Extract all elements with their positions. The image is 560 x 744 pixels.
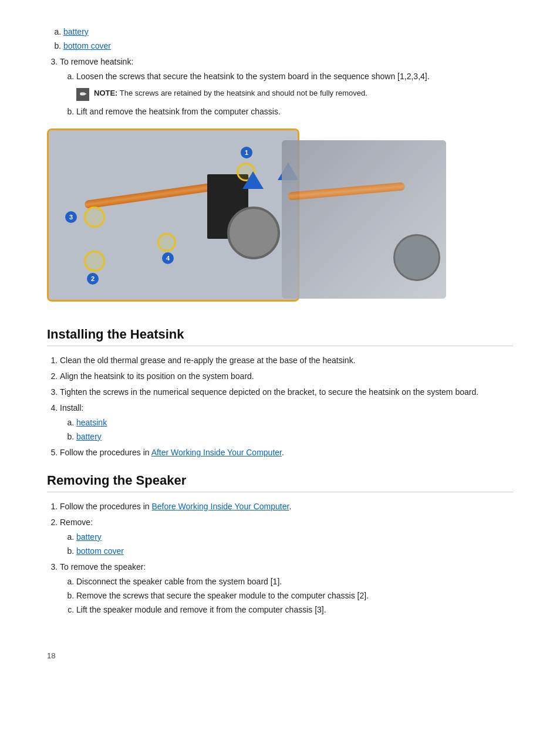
install-item-battery: battery [76, 431, 513, 443]
badge-3: 3 [65, 211, 77, 223]
remove-heatsink-list: To remove heatsink: Loosen the screws th… [47, 56, 513, 118]
heatsink-substeps: Loosen the screws that secure the heatsi… [60, 70, 513, 118]
speaker-step-3-intro: To remove the speaker: [60, 562, 146, 571]
battery-link-install[interactable]: battery [76, 432, 102, 441]
badge-1: 1 [241, 147, 252, 158]
bottom-cover-link-speaker[interactable]: bottom cover [76, 546, 124, 556]
page-number: 18 [47, 651, 513, 660]
speaker-substep-b: Remove the screws that secure the speake… [76, 590, 513, 602]
install-step-4: Install: heatsink battery [60, 402, 513, 443]
heatsink-substep-b: Lift and remove the heatsink from the co… [76, 106, 513, 118]
badge-4: 4 [162, 252, 174, 264]
install-item-heatsink: heatsink [76, 417, 513, 429]
install-step-4-items: heatsink battery [60, 417, 513, 443]
note-box: ✏ NOTE: The screws are retained by the h… [76, 87, 513, 101]
heatsink-secondary-image [282, 140, 446, 299]
heatsink-main-image: 1 2 3 4 [47, 128, 299, 302]
note-label: NOTE: [94, 89, 117, 97]
install-step-2-text: Align the heatsink to its position on th… [60, 371, 254, 381]
install-step-5: Follow the procedures in After Working I… [60, 447, 513, 459]
prereq-item-bottom-cover: bottom cover [63, 40, 513, 52]
installing-title: Installing the Heatsink [47, 327, 513, 346]
install-step-5-suffix: . [282, 448, 284, 457]
note-body: The screws are retained by the heatsink … [120, 89, 367, 97]
speaker-step-2: Remove: battery bottom cover [60, 516, 513, 557]
battery-link-top[interactable]: battery [63, 27, 89, 36]
install-step-3: Tighten the screws in the numerical sequ… [60, 386, 513, 398]
screw-2 [84, 251, 105, 272]
speaker-substep-a-text: Disconnect the speaker cable from the sy… [76, 577, 282, 586]
prereq-item-battery: battery [63, 26, 513, 38]
speaker-removal-substeps: Disconnect the speaker cable from the sy… [60, 576, 513, 616]
speaker-substep-a: Disconnect the speaker cable from the sy… [76, 576, 513, 588]
heatsink-step-b-text: Lift and remove the heatsink from the co… [76, 107, 281, 116]
install-step-4-text: Install: [60, 403, 83, 412]
heatsink-link[interactable]: heatsink [76, 418, 107, 427]
heatsink-image: 1 2 3 4 [47, 128, 446, 310]
removing-speaker-section: Removing the Speaker Follow the procedur… [47, 473, 513, 616]
speaker-step-3: To remove the speaker: Disconnect the sp… [60, 561, 513, 616]
speaker-substep-c-text: Lift the speaker module and remove it fr… [76, 605, 326, 614]
screw-3 [84, 207, 105, 228]
install-step-1: Clean the old thermal grease and re-appl… [60, 354, 513, 367]
speaker-step-1-prefix: Follow the procedures in [60, 502, 151, 511]
before-working-link[interactable]: Before Working Inside Your Computer [151, 502, 289, 511]
bottom-cover-link-top[interactable]: bottom cover [63, 41, 111, 50]
after-working-link[interactable]: After Working Inside Your Computer [151, 448, 282, 457]
heatsink-substep-a: Loosen the screws that secure the heatsi… [76, 70, 513, 101]
speaker-remove-battery: battery [76, 531, 513, 543]
install-step-2: Align the heatsink to its position on th… [60, 370, 513, 383]
note-text: NOTE: The screws are retained by the hea… [94, 87, 367, 99]
remove-heatsink-intro: To remove heatsink: [60, 57, 133, 66]
removing-speaker-steps: Follow the procedures in Before Working … [47, 500, 513, 616]
speaker-step-1: Follow the procedures in Before Working … [60, 500, 513, 513]
heatsink-step-a-text: Loosen the screws that secure the heatsi… [76, 72, 430, 81]
arrow-1 [242, 171, 264, 189]
fan-secondary [393, 234, 440, 281]
install-step-5-prefix: Follow the procedures in [60, 448, 151, 457]
fan [227, 207, 280, 259]
speaker-step-2-intro: Remove: [60, 518, 93, 527]
install-step-1-text: Clean the old thermal grease and re-appl… [60, 356, 356, 365]
speaker-step-1-suffix: . [289, 502, 291, 511]
installing-section: Installing the Heatsink Clean the old th… [47, 327, 513, 459]
badge-2: 2 [87, 273, 99, 285]
speaker-substep-b-text: Remove the screws that secure the speake… [76, 591, 369, 600]
heatsink-image-container: 1 2 3 4 [47, 128, 446, 310]
battery-link-speaker[interactable]: battery [76, 532, 102, 542]
speaker-remove-bottom-cover: bottom cover [76, 545, 513, 557]
speaker-substep-c: Lift the speaker module and remove it fr… [76, 604, 513, 616]
install-step-3-text: Tighten the screws in the numerical sequ… [60, 387, 478, 397]
screw-4 [157, 233, 176, 252]
speaker-remove-items: battery bottom cover [60, 531, 513, 557]
note-icon: ✏ [76, 88, 89, 101]
removing-speaker-title: Removing the Speaker [47, 473, 513, 492]
top-prereq-list: battery bottom cover [47, 26, 513, 52]
installing-steps: Clean the old thermal grease and re-appl… [47, 354, 513, 459]
remove-heatsink-step: To remove heatsink: Loosen the screws th… [60, 56, 513, 118]
